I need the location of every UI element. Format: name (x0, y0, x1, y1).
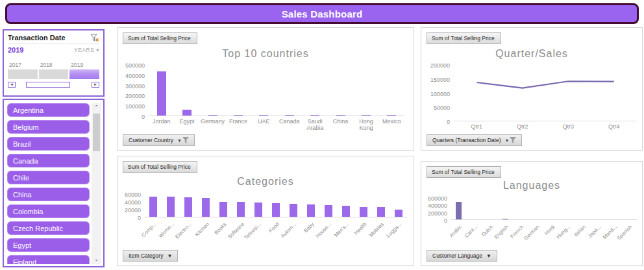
bar-slot (337, 194, 354, 217)
bar-jordan (157, 71, 166, 116)
y-tick-label: 200000 (428, 210, 447, 217)
y-tick-label: 60000 (125, 191, 141, 198)
x-tick-label: UAE (258, 118, 270, 125)
chart-panel-languages: Sum of Total Selling Price Languages 600… (421, 161, 643, 266)
timeline-scroll-track[interactable] (16, 82, 92, 88)
sales-dashboard-screen: Sales Dashboard Transaction Date 2019 YE… (0, 0, 644, 270)
bar-lugga- (395, 210, 402, 217)
country-slicer: ArgentinaBelgiumBrazilCanadaChileChinaCo… (3, 99, 105, 267)
bar-house- (325, 205, 332, 217)
scroll-left-icon[interactable]: ◄ (8, 82, 16, 88)
country-item-finland[interactable]: Finland (7, 255, 90, 264)
x-tick-label: Qtr3 (562, 123, 574, 130)
timeline-year-label: 2019 (69, 62, 99, 68)
x-tick-label: Qtr1 (471, 123, 482, 130)
pivot-value-button[interactable]: Sum of Total Selling Price (427, 32, 501, 44)
field-button-customer-language[interactable]: Customer Language ▼ (427, 250, 497, 262)
country-item-china[interactable]: China (7, 188, 90, 201)
plot-area (451, 198, 637, 220)
bar-slot (606, 198, 621, 219)
country-scroll-thumb[interactable] (93, 114, 100, 151)
country-item-egypt[interactable]: Egypt (7, 238, 90, 252)
timeline-year-2017[interactable]: 2017 (8, 62, 38, 79)
sales-line-series (477, 81, 614, 88)
y-axis: 6000040000200000 (118, 194, 145, 217)
x-axis: ArabicCant...DutchEnglishFrenchGermanHin… (451, 222, 637, 251)
country-item-belgium[interactable]: Belgium (7, 120, 90, 134)
pivot-value-button[interactable]: Sum of Total Selling Price (123, 32, 197, 44)
field-button-quarters[interactable]: Quarters (Transaction Date) ▼ (427, 134, 522, 146)
categories-chart: 6000040000200000Comp...Wome...Electro...… (118, 194, 414, 249)
bar-books (219, 202, 227, 217)
country-item-colombia[interactable]: Colombia (7, 204, 90, 218)
bar-slot (560, 198, 575, 219)
country-scrollbar[interactable]: ⌃ ⌄ (92, 103, 101, 264)
field-button-customer-country[interactable]: Customer Country ▼ (123, 134, 195, 146)
x-tick-label: Mexico (382, 118, 401, 125)
funnel-icon (182, 137, 189, 143)
x-tick-label: China (333, 118, 349, 125)
bar-uae (259, 115, 268, 116)
y-tick-label: 0 (447, 119, 450, 125)
chevron-up-icon[interactable]: ⌃ (92, 103, 101, 112)
x-tick-label: Qtr4 (608, 123, 620, 130)
timeline-year-cell[interactable] (39, 69, 69, 79)
timeline-scrollbar[interactable]: ◄ ► (8, 81, 99, 88)
bar-slot (328, 65, 353, 116)
pivot-value-button[interactable]: Sum of Total Selling Price (123, 161, 197, 173)
bar-slot (497, 198, 513, 219)
plot-area (145, 194, 407, 217)
x-tick-label: Canada (279, 118, 300, 125)
country-scroll-track[interactable] (92, 112, 101, 255)
country-item-argentina[interactable]: Argentina (7, 103, 90, 117)
quarter-sales-chart: 200000150000100000500000Qtr1Qtr2Qtr3Qtr4 (421, 65, 642, 135)
bar-english (502, 219, 508, 219)
chart-title: Categories (118, 176, 414, 188)
x-tick-label: Health (353, 221, 367, 236)
timeline-year-2019[interactable]: 2019 (69, 62, 99, 79)
chart-panel-top10-countries: Sum of Total Selling Price Top 10 countr… (117, 27, 414, 151)
y-tick-label: 500000 (125, 62, 145, 69)
bar-food (272, 203, 280, 217)
funnel-x-icon[interactable] (90, 33, 99, 42)
timeline-year-cell[interactable] (8, 69, 38, 79)
timeline-year-cell[interactable] (69, 69, 99, 79)
y-tick-label: 100000 (430, 91, 450, 97)
country-item-brazil[interactable]: Brazil (7, 137, 90, 151)
plot-area (454, 65, 637, 121)
bar-health (360, 207, 367, 217)
bar-comp- (149, 197, 157, 217)
bar-wome- (167, 197, 175, 217)
bar-slot (302, 65, 327, 116)
bar-slot (197, 194, 215, 217)
chevron-down-icon[interactable]: ⌄ (92, 255, 101, 264)
y-tick-label: 200000 (430, 62, 450, 69)
bar-slot (451, 198, 467, 219)
pivot-value-button[interactable]: Sum of Total Selling Price (427, 166, 501, 178)
y-tick-label: 100000 (125, 103, 145, 110)
bar-france (234, 115, 243, 116)
country-item-canada[interactable]: Canada (7, 154, 90, 167)
page-title: Sales Dashboard (282, 8, 363, 19)
y-tick-label: 0 (138, 215, 141, 221)
bar-slot (277, 65, 302, 116)
timeline-years: 201720182019 (8, 62, 99, 79)
chart-title: Quarter/Sales (421, 48, 642, 60)
timeline-scroll-thumb[interactable] (26, 82, 70, 88)
country-item-chile[interactable]: Chile (7, 171, 90, 184)
bar-slot (251, 65, 277, 116)
bar-slot (267, 194, 285, 217)
bar-slot (232, 194, 250, 217)
field-button-item-category[interactable]: Item Category ▼ (123, 250, 178, 262)
bar-slot (528, 198, 544, 219)
dropdown-icon: ▼ (167, 253, 172, 259)
bar-slot (575, 198, 591, 219)
bar-autom- (290, 204, 297, 217)
timeline-period-dropdown[interactable]: YEARS ▾ (74, 47, 99, 53)
bar-mobiles (377, 207, 385, 217)
x-tick-label: Hong Kong (359, 118, 373, 131)
country-item-czech-republic[interactable]: Czech Republic (7, 221, 90, 235)
scroll-right-icon[interactable]: ► (92, 82, 99, 88)
y-axis: 5000004000003000002000001000000 (118, 65, 149, 116)
timeline-year-2018[interactable]: 2018 (39, 62, 69, 79)
